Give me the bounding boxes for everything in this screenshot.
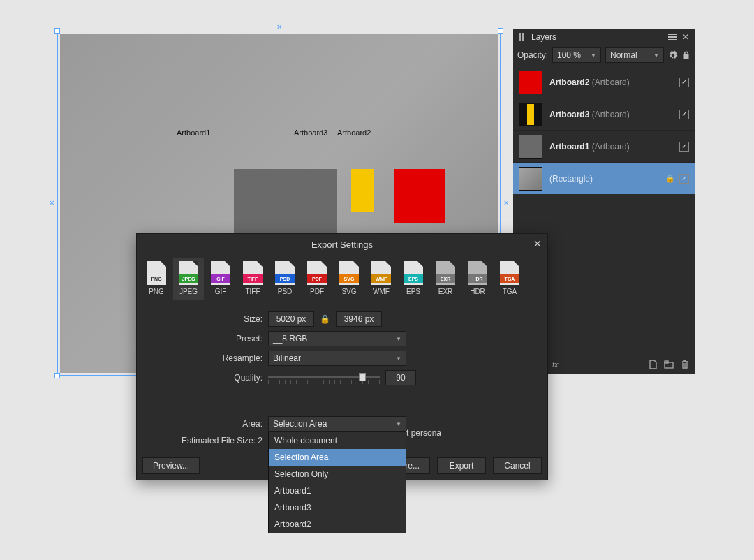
lock-icon[interactable] — [682, 50, 690, 60]
opacity-label: Opacity: — [517, 50, 548, 60]
panel-close-icon[interactable]: ✕ — [682, 32, 689, 42]
selection-handle-tl[interactable] — [54, 28, 60, 34]
selection-tick-left[interactable]: ✕ — [49, 200, 54, 207]
format-tga[interactable]: TGATGA — [494, 258, 525, 300]
layer-thumb — [519, 167, 542, 191]
svg-rect-4 — [668, 39, 677, 40]
export-button[interactable]: Export — [437, 457, 486, 474]
layer-name: Artboard3 (Artboard) — [549, 110, 630, 119]
chevron-down-icon: ▼ — [396, 336, 401, 342]
svg-rect-1 — [522, 33, 524, 41]
format-label: PSD — [278, 288, 293, 295]
area-option[interactable]: Selection Only — [269, 466, 406, 482]
layer-row[interactable]: Artboard2 (Artboard)✓ — [513, 66, 695, 98]
trash-icon[interactable] — [681, 360, 689, 369]
export-dialog: Export Settings ✕ PNGPNGJPEGJPEGGIFGIFTI… — [136, 233, 548, 480]
selection-tick-right[interactable]: ✕ — [503, 200, 509, 207]
format-label: EPS — [406, 288, 420, 295]
area-label: Area: — [137, 419, 263, 429]
opacity-value: 100 % — [557, 50, 581, 60]
format-wmf[interactable]: WMFWMF — [366, 258, 397, 300]
format-gif[interactable]: GIFGIF — [205, 258, 236, 300]
format-label: EXR — [438, 288, 453, 295]
quality-input[interactable]: 90 — [385, 370, 416, 385]
chevron-down-icon: ▼ — [396, 355, 401, 362]
selection-tick-top[interactable]: ✕ — [276, 24, 282, 31]
layer-visibility-checkbox[interactable]: ✓ — [679, 110, 689, 119]
layer-name: (Rectangle) — [549, 174, 593, 184]
export-title-text: Export Settings — [311, 240, 373, 250]
quality-slider[interactable] — [268, 371, 380, 384]
opacity-dropdown[interactable]: 100 % ▼ — [552, 47, 601, 63]
layer-visibility-checkbox[interactable]: ✓ — [679, 142, 689, 152]
format-jpeg[interactable]: JPEGJPEG — [173, 258, 204, 300]
quality-slider-thumb[interactable] — [359, 373, 366, 381]
format-png[interactable]: PNGPNG — [141, 258, 172, 300]
layer-visibility-checkbox[interactable]: ✓ — [679, 78, 689, 87]
layer-visibility-checkbox[interactable]: ✓ — [679, 174, 689, 184]
area-option[interactable]: Selection Area — [269, 449, 406, 466]
selection-handle-tr[interactable] — [498, 28, 503, 34]
format-exr[interactable]: EXREXR — [430, 258, 461, 300]
svg-rect-3 — [668, 36, 677, 38]
est-size-label: Estimated File Size: 2 — [137, 436, 263, 445]
selection-handle-bl[interactable] — [54, 373, 60, 378]
preset-select[interactable]: __8 RGB▼ — [268, 331, 406, 346]
close-icon[interactable]: ✕ — [533, 238, 542, 249]
preset-label: Preset: — [137, 334, 263, 344]
layer-thumb — [519, 135, 542, 159]
format-hdr[interactable]: HDRHDR — [462, 258, 493, 300]
layer-thumb — [519, 71, 542, 94]
svg-rect-2 — [668, 34, 677, 35]
layer-row[interactable]: Artboard1 (Artboard)✓ — [513, 130, 695, 162]
chevron-down-icon: ▼ — [396, 421, 401, 427]
format-eps[interactable]: EPSEPS — [398, 258, 429, 300]
format-svg[interactable]: SVGSVG — [334, 258, 364, 300]
cancel-button[interactable]: Cancel — [493, 457, 542, 474]
chevron-down-icon: ▼ — [653, 52, 659, 59]
layer-name: Artboard2 (Artboard) — [549, 78, 630, 87]
size-label: Size: — [137, 314, 263, 324]
format-label: PNG — [149, 288, 164, 295]
resample-select[interactable]: Bilinear▼ — [268, 351, 406, 366]
format-pdf[interactable]: PDFPDF — [302, 258, 332, 300]
format-label: WMF — [373, 288, 390, 295]
resample-label: Resample: — [137, 353, 263, 363]
format-label: PDF — [310, 288, 324, 295]
area-select[interactable]: Selection Area▼ — [268, 416, 406, 432]
area-dropdown-menu: Whole documentSelection AreaSelection On… — [268, 432, 406, 533]
area-option[interactable]: Artboard3 — [269, 499, 406, 516]
layer-thumb — [519, 103, 542, 126]
gear-icon[interactable] — [668, 50, 678, 60]
layers-panel-title: Layers — [531, 32, 556, 42]
size-height-input[interactable]: 3946 px — [336, 311, 382, 327]
layer-row[interactable]: (Rectangle)🔒✓ — [513, 162, 695, 194]
layers-opacity-row: Opacity: 100 % ▼ Normal ▼ — [513, 45, 695, 66]
blend-mode-value: Normal — [610, 50, 637, 60]
layers-panel-header: Layers ✕ — [513, 29, 695, 45]
svg-rect-0 — [519, 33, 521, 41]
format-psd[interactable]: PSDPSD — [269, 258, 300, 300]
area-option[interactable]: Artboard1 — [269, 482, 406, 499]
panel-dock-icon[interactable] — [519, 33, 526, 41]
layer-row[interactable]: Artboard3 (Artboard)✓ — [513, 98, 695, 130]
preview-button[interactable]: Preview... — [142, 457, 200, 474]
export-dialog-title: Export Settings ✕ — [137, 234, 547, 256]
layer-name: Artboard1 (Artboard) — [549, 142, 630, 152]
area-option[interactable]: Whole document — [269, 432, 406, 449]
format-label: GIF — [215, 288, 227, 295]
area-option[interactable]: Artboard2 — [269, 516, 406, 533]
format-label: TGA — [503, 288, 517, 295]
blend-mode-dropdown[interactable]: Normal ▼ — [605, 47, 664, 63]
group-icon[interactable] — [664, 360, 674, 369]
lock-aspect-icon[interactable]: 🔒 — [320, 314, 330, 324]
fx-icon[interactable]: fx — [552, 360, 559, 369]
new-layer-icon[interactable] — [649, 360, 657, 369]
chevron-down-icon: ▼ — [591, 52, 596, 59]
format-tiff[interactable]: TIFFTIFF — [237, 258, 268, 300]
hint-text-partial: t persona — [406, 428, 441, 438]
format-label: HDR — [470, 288, 485, 295]
panel-menu-icon[interactable] — [668, 34, 677, 40]
size-width-input[interactable]: 5020 px — [268, 311, 314, 327]
lock-icon: 🔒 — [665, 174, 675, 183]
